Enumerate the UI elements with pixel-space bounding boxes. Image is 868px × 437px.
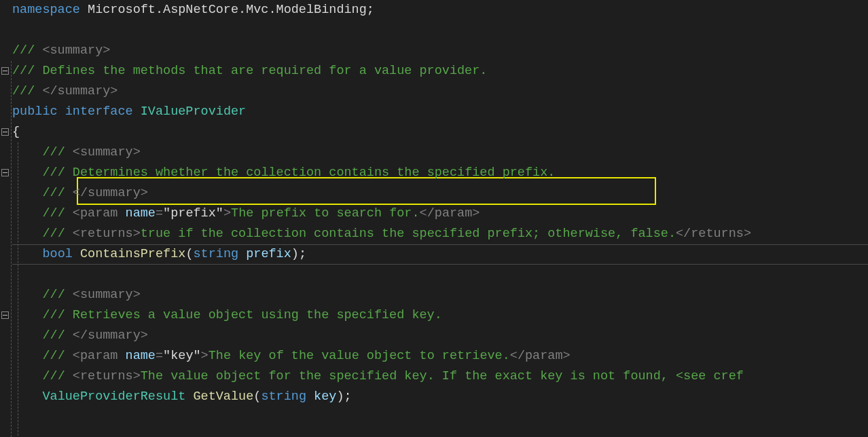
xml-tag-returns-end: </returns> [676, 227, 751, 241]
xml-doc-text: Defines the methods that are required fo… [35, 64, 487, 78]
paren-open: ( [185, 247, 193, 261]
xml-doc-line[interactable]: /// <summary> [11, 285, 868, 305]
paren-close: ) [336, 390, 344, 404]
xml-tag-summary-open: <summary> [65, 145, 141, 159]
xml-doc-line[interactable]: /// Determines whether the collection co… [11, 163, 868, 183]
xml-tag-summary-close: </summary> [65, 186, 148, 200]
xml-doc-line[interactable]: /// <param name="key">The key of the val… [11, 346, 868, 366]
xml-tag-param-end: </param> [510, 349, 571, 363]
return-type: ValueProviderResult [42, 390, 185, 404]
keyword-namespace: namespace [12, 3, 80, 17]
param-name: prefix [238, 247, 291, 261]
param-type: string [261, 390, 306, 404]
code-line[interactable] [11, 20, 868, 41]
xml-doc-slashes: /// [42, 206, 65, 221]
xml-param-desc: The key of the value object to retrieve. [209, 349, 510, 363]
xml-doc-slashes: /// [42, 349, 65, 363]
xml-tag-summary-open: <summary> [65, 288, 141, 302]
xml-doc-slashes: /// [42, 369, 65, 383]
xml-doc-slashes: /// [42, 328, 65, 343]
xml-eq: = [156, 206, 163, 221]
semicolon: ; [299, 247, 306, 261]
xml-attr-name: name [126, 349, 156, 363]
xml-doc-line[interactable]: /// </summary> [11, 326, 868, 346]
code-line[interactable]: bool ContainsPrefix(string prefix); [11, 244, 868, 265]
xml-doc-slashes: /// [42, 227, 65, 241]
xml-doc-line[interactable]: /// </summary> [11, 183, 868, 204]
namespace-name: Microsoft.AspNetCore.Mvc.ModelBinding [80, 3, 367, 17]
xml-doc-line[interactable]: /// <summary> [11, 142, 868, 163]
keyword-interface: interface [58, 104, 133, 119]
xml-doc-slashes: /// [42, 186, 65, 200]
semicolon: ; [344, 390, 352, 404]
xml-tag-returns-open: <returns> [65, 369, 141, 383]
code-line[interactable]: public interface IValueProvider [11, 102, 868, 122]
xml-returns-text: true if the collection contains the spec… [141, 227, 676, 241]
paren-open: ( [253, 390, 261, 404]
fold-toggle[interactable] [1, 67, 9, 75]
xml-doc-slashes: /// [42, 166, 65, 180]
code-line[interactable]: ValueProviderResult GetValue(string key)… [11, 387, 868, 407]
paren-close: ) [291, 247, 299, 261]
param-type: string [193, 247, 238, 261]
type-name: IValueProvider [133, 104, 247, 119]
xml-tag-param-end: </param> [420, 206, 480, 221]
xml-tag-summary-open: <summary> [35, 43, 110, 58]
xml-doc-line[interactable]: /// Retrieves a value object using the s… [11, 305, 868, 326]
fold-toggle[interactable] [1, 311, 9, 319]
param-name: key [306, 390, 336, 404]
fold-gutter [0, 0, 11, 437]
xml-doc-line[interactable]: /// <returns>The value object for the sp… [11, 366, 868, 387]
xml-doc-slashes: /// [42, 145, 65, 159]
xml-tag-param-open: <param [65, 349, 126, 363]
xml-tag-summary-close: </summary> [65, 328, 148, 343]
xml-doc-slashes: /// [12, 84, 35, 98]
xml-param-desc: The prefix to search for. [231, 206, 420, 221]
xml-tag-param-open: <param [65, 206, 126, 221]
xml-tag-close: > [223, 206, 231, 221]
xml-doc-line[interactable]: /// <returns>true if the collection cont… [11, 224, 868, 244]
code-area[interactable]: namespace Microsoft.AspNetCore.Mvc.Model… [11, 0, 868, 437]
xml-doc-line[interactable]: /// <summary> [11, 41, 868, 61]
xml-returns-text: The value object for the specified key. … [141, 369, 744, 383]
xml-doc-line[interactable]: /// <param name="prefix">The prefix to s… [11, 204, 868, 224]
xml-doc-slashes: /// [42, 288, 65, 302]
code-line[interactable] [11, 265, 868, 285]
method-name: ContainsPrefix [73, 247, 186, 261]
xml-doc-summary-text: Determines whether the collection contai… [73, 166, 556, 180]
xml-eq: = [156, 349, 163, 363]
xml-doc-text [65, 166, 73, 180]
fold-toggle[interactable] [1, 128, 9, 136]
code-line[interactable]: { [11, 122, 868, 142]
method-name: GetValue [185, 390, 253, 404]
keyword-public: public [12, 104, 58, 119]
xml-doc-line[interactable]: /// </summary> [11, 81, 868, 102]
return-type: bool [42, 247, 72, 261]
xml-doc-line[interactable]: /// Defines the methods that are require… [11, 61, 868, 81]
xml-param-quoted: "key" [163, 349, 201, 363]
xml-doc-slashes: /// [12, 64, 35, 78]
semicolon: ; [367, 3, 374, 17]
xml-tag-close: > [201, 349, 209, 363]
xml-attr-name: name [126, 206, 156, 221]
code-editor[interactable]: namespace Microsoft.AspNetCore.Mvc.Model… [0, 0, 868, 437]
fold-toggle[interactable] [1, 169, 9, 176]
xml-tag-returns-open: <returns> [65, 227, 141, 241]
xml-doc-slashes: /// [42, 308, 65, 322]
code-line[interactable]: namespace Microsoft.AspNetCore.Mvc.Model… [11, 0, 868, 20]
xml-param-quoted: "prefix" [163, 206, 223, 221]
xml-doc-slashes: /// [12, 43, 35, 58]
xml-doc-text: Retrieves a value object using the speci… [65, 308, 442, 322]
xml-tag-summary-close: </summary> [35, 84, 117, 98]
brace-open: { [12, 125, 20, 139]
